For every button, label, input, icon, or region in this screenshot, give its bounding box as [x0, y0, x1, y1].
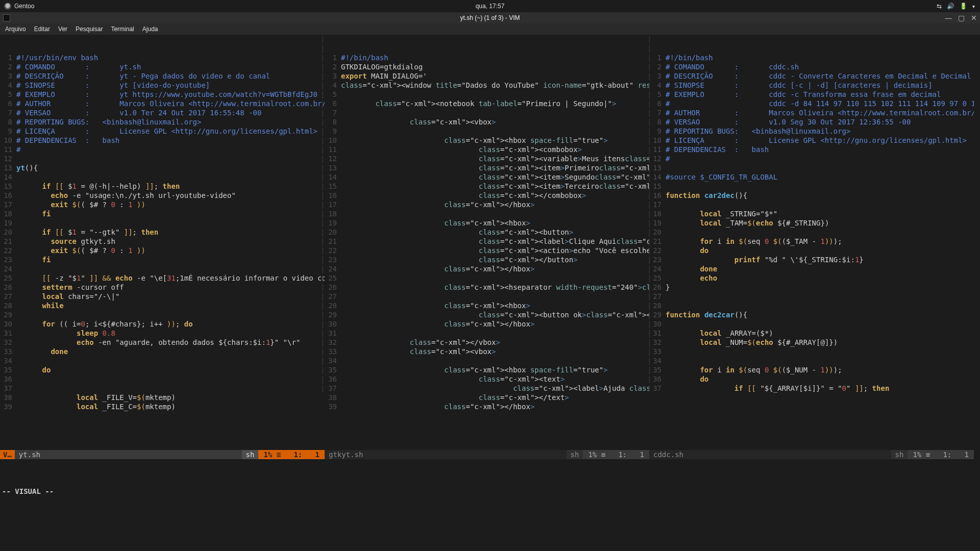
line-number-gutter: 1 2 3 4 5 6 7 8 910111213141516171819202… [649, 53, 664, 393]
statusline-inactive-3: cddc.sh sh 1% ≡ 1: 1 [649, 450, 974, 459]
status-filetype: sh [246, 450, 255, 459]
window-titlebar[interactable]: yt.sh (~) (1 of 3) - VIM — ▢ ✕ [0, 12, 980, 23]
statusline-row: V… yt.sh sh 1% ≡ 1: 1 gtkyt.sh sh 1% ≡ 1… [0, 450, 980, 459]
status-percent: 1% [263, 450, 272, 459]
code-area-3[interactable]: #!/bin/bash# COMANDO : cddc.sh# DESCRIÇÃ… [666, 53, 974, 393]
code-area-1[interactable]: #!/usr/bin/env bash# COMANDO : yt.sh# DE… [16, 53, 325, 411]
gentoo-logo-icon [4, 3, 11, 10]
menu-help[interactable]: Ajuda [142, 26, 158, 33]
window-maximize-button[interactable]: ▢ [958, 14, 965, 22]
menu-terminal[interactable]: Terminal [111, 26, 134, 33]
topbar-status-area[interactable]: ⇆ 🔊 🔋 ▾ [937, 3, 980, 10]
status-position: 1: 1 [943, 450, 969, 459]
menu-search[interactable]: Pesquisar [76, 26, 103, 33]
window-minimize-button[interactable]: — [945, 14, 952, 22]
statusline-inactive-2: gtkyt.sh sh 1% ≡ 1: 1 [325, 450, 649, 459]
line-number-gutter: 1 2 3 4 5 6 7 8 910111213141516171819202… [325, 53, 339, 411]
status-filename: gtkyt.sh [325, 450, 567, 459]
status-percent: 1% [588, 450, 597, 459]
topbar-clock: qua, 17:57 [0, 3, 980, 10]
gnome-topbar: Gentoo qua, 17:57 ⇆ 🔊 🔋 ▾ [0, 0, 980, 12]
window-icon-area [3, 14, 10, 21]
status-position: 1: 1 [618, 450, 644, 459]
menu-file[interactable]: Arquivo [5, 26, 26, 33]
status-sep-icon: ≡ [601, 450, 605, 459]
terminal-icon [3, 14, 10, 21]
status-sep-icon: ≡ [926, 450, 930, 459]
split-pane-2[interactable]: 1 2 3 4 5 6 7 8 910111213141516171819202… [325, 53, 649, 413]
line-number-gutter: 1 2 3 4 5 6 7 8 910111213141516171819202… [0, 53, 14, 411]
status-filetype: sh [895, 450, 904, 459]
menu-edit[interactable]: Editar [34, 26, 50, 33]
window-close-button[interactable]: ✕ [971, 14, 977, 22]
sound-icon[interactable]: 🔊 [947, 3, 954, 10]
status-filetype: sh [571, 450, 579, 459]
split-pane-3[interactable]: 1 2 3 4 5 6 7 8 910111213141516171819202… [649, 53, 974, 413]
code-area-2[interactable]: #!/bin/bashGTKDIALOG=gtkdialogexport MAI… [341, 53, 649, 411]
status-position: 1: 1 [293, 450, 320, 459]
network-icon[interactable]: ⇆ [937, 3, 942, 10]
status-sep-icon: ≡ [277, 450, 281, 459]
menu-view[interactable]: Ver [58, 26, 67, 33]
system-menu-caret-icon[interactable]: ▾ [972, 4, 975, 9]
status-filename: yt.sh [15, 450, 242, 459]
status-percent: 1% [913, 450, 921, 459]
terminal-menubar[interactable]: Arquivo Editar Ver Pesquisar Terminal Aj… [0, 23, 980, 35]
mode-indicator: V… [0, 450, 15, 459]
status-filename: cddc.sh [649, 450, 891, 459]
window-title: yt.sh (~) (1 of 3) - VIM [460, 14, 520, 21]
battery-icon[interactable]: 🔋 [960, 3, 967, 10]
terminal-empty-area [0, 514, 980, 551]
statusline-active: V… yt.sh sh 1% ≡ 1: 1 [0, 450, 325, 459]
vim-editor[interactable]: 1 2 3 4 5 6 7 8 910111213141516171819202… [0, 35, 980, 543]
distro-name: Gentoo [14, 3, 34, 10]
topbar-left[interactable]: Gentoo [0, 3, 34, 10]
split-pane-1[interactable]: 1 2 3 4 5 6 7 8 910111213141516171819202… [0, 53, 325, 413]
vim-command-line: -- VISUAL -- [0, 487, 980, 496]
